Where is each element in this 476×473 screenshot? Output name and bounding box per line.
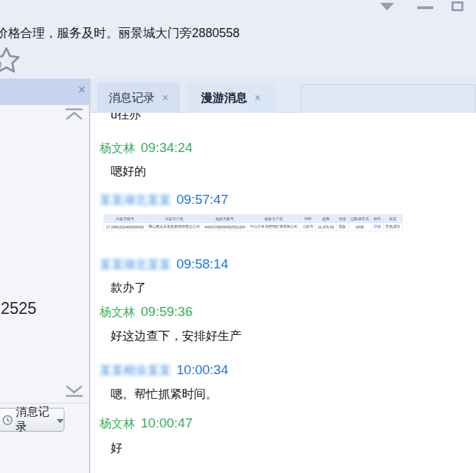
sidebar-divider: [0, 403, 89, 404]
message-sender-row: 某某湖北某某 09:58:14: [99, 256, 228, 273]
message-timestamp: 09:57:47: [176, 192, 228, 207]
transfer-col-header: 金额: [316, 214, 337, 223]
transfer-col-header: 用途: [337, 214, 349, 223]
tab-label: 漫游消息: [201, 90, 247, 106]
sidebar-close-icon[interactable]: ×: [78, 83, 85, 96]
left-sidebar: × 2525 消息记录: [0, 78, 89, 473]
collapse-to-top-icon[interactable]: [64, 108, 84, 121]
message-text: 款办了: [111, 280, 146, 296]
window-menu-arrow-icon[interactable]: [380, 3, 394, 11]
transfer-receipt-table: 付款方账号付款方户名收款方账号收款方户名币种金额用途记账操作员操作状态 17.2…: [104, 214, 402, 231]
window-minimize-button[interactable]: [417, 6, 433, 9]
transfer-cell: 佛山晨光未来贸易有限责任公司: [146, 223, 202, 231]
clock-icon: [2, 413, 13, 427]
transfer-cell: 0005: [349, 223, 372, 231]
sender-name-redacted: 某某湖北某某: [99, 256, 171, 273]
tab-roaming-messages[interactable]: 漫游消息 ×: [187, 83, 275, 113]
sender-name-redacted: 某某相业某某: [99, 362, 171, 378]
transfer-cell: 货款: [337, 223, 349, 231]
favorite-star-icon[interactable]: [0, 45, 22, 76]
transfer-col-header: 付款方账号: [104, 214, 146, 223]
sender-name: 杨文林: [99, 304, 135, 320]
message-timestamp: 09:58:14: [176, 256, 228, 272]
message-history-button[interactable]: 消息记录: [0, 408, 64, 432]
transfer-col-header: 收款方户名: [248, 214, 300, 223]
message-sender-row: 杨文林 09:59:36: [99, 304, 192, 320]
message-text: 好这边查下，安排好生产: [111, 328, 241, 344]
message-sender-row: 某某相业某某 10:00:34: [99, 362, 228, 378]
clipped-message: u往亦: [111, 113, 141, 124]
transfer-col-header: 币种: [300, 214, 315, 223]
conversation-header-text: 价格合理，服务及时。丽景城大门旁2880558: [0, 25, 239, 41]
transfer-cell: 44001780050052501200: [202, 223, 248, 231]
transfer-col-header: 操作: [371, 214, 383, 223]
message-list[interactable]: u往亦 杨文林 09:34:24 嗯好的 某某湖北某某 09:57:47 付款方…: [90, 113, 476, 473]
partial-account-number: 2525: [1, 299, 36, 318]
message-sender-row: 杨文林 10:00:47: [99, 416, 192, 432]
dropdown-arrow-icon: [57, 419, 64, 423]
transfer-table-data-row: 17.2681010400005492佛山晨光未来贸易有限责任公司4400178…: [104, 223, 402, 231]
message-sender-row: 某某湖北某某 09:57:47: [99, 192, 228, 208]
message-sender-row: 杨文林 09:34:24: [99, 140, 192, 156]
transfer-col-header: 状态: [383, 214, 402, 223]
tab-message-history[interactable]: 消息记录 ×: [97, 83, 180, 113]
message-timestamp: 09:59:36: [141, 304, 192, 320]
message-history-button-label: 消息记录: [16, 405, 52, 434]
sender-name: 杨文林: [99, 140, 135, 156]
sender-name-redacted: 某某湖北某某: [99, 192, 171, 208]
transfer-col-header: 收款方账号: [202, 214, 248, 223]
window-maximize-button[interactable]: [451, 1, 463, 11]
transfer-cell: 21,475.00: [316, 223, 337, 231]
tab-label: 消息记录: [108, 90, 155, 106]
collapse-to-bottom-icon[interactable]: [64, 384, 84, 397]
transfer-col-header: 付款方户名: [146, 214, 202, 223]
transfer-cell: 交易成功: [383, 223, 402, 231]
transfer-table-header-row: 付款方账号付款方户名收款方账号收款方户名币种金额用途记账操作员操作状态: [104, 214, 402, 223]
transfer-cell: 人民币: [300, 223, 315, 231]
tab-bar-empty-area: [300, 84, 476, 113]
transfer-cell: 中山市某业照明灯饰有限公司: [248, 223, 300, 231]
sender-name: 杨文林: [99, 416, 135, 432]
message-text: 好: [111, 440, 122, 456]
message-timestamp: 10:00:34: [176, 362, 228, 378]
message-text: 嗯。帮忙抓紧时间。: [111, 386, 218, 402]
sidebar-header-bar: ×: [0, 78, 89, 105]
tab-close-icon[interactable]: ×: [254, 92, 260, 104]
message-text: 嗯好的: [111, 163, 146, 179]
message-timestamp: 10:00:47: [141, 416, 192, 431]
tab-close-icon[interactable]: ×: [162, 92, 168, 104]
message-timestamp: 09:34:24: [141, 140, 192, 156]
transfer-col-header: 记账操作员: [349, 214, 372, 223]
transfer-detail-link[interactable]: 详情: [371, 223, 383, 231]
tab-bar: 消息记录 × 漫游消息 ×: [90, 78, 476, 113]
transfer-cell: 17.2681010400005492: [104, 223, 146, 231]
